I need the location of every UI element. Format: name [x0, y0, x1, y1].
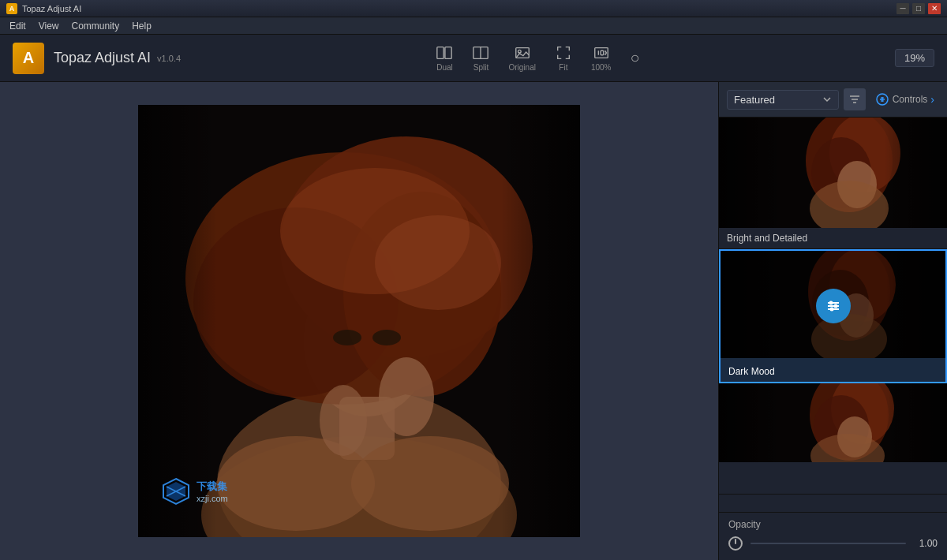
filter-icon [848, 93, 861, 106]
preset-label-dark: Dark Mood [721, 361, 945, 382]
fit-button[interactable]: Fit [548, 41, 578, 75]
dropdown-label: Featured [734, 94, 775, 106]
panel-header: Featured Co [719, 82, 947, 118]
watermark-line2: xzji.com [197, 494, 228, 503]
header: A Topaz Adjust AI v1.0.4 Dual Split [0, 35, 947, 82]
svg-rect-73 [719, 383, 947, 462]
watermark-logo-icon [162, 477, 190, 506]
close-button[interactable]: ✕ [928, 3, 941, 14]
featured-dropdown[interactable]: Featured [727, 90, 839, 110]
menu-help[interactable]: Help [125, 19, 158, 33]
title-bar-icon: A [6, 3, 17, 14]
svg-rect-0 [437, 47, 444, 59]
canvas-area[interactable]: 下载集 xzji.com [0, 82, 718, 560]
dropdown-chevron-icon [822, 95, 832, 104]
opacity-label: Opacity [728, 519, 938, 530]
right-panel: Featured Co [718, 82, 947, 560]
opacity-section: Opacity 1.00 [719, 512, 947, 560]
opacity-value: 1.00 [914, 538, 938, 549]
svg-rect-1 [445, 47, 451, 59]
svg-point-64 [829, 308, 833, 312]
sliders-icon [825, 297, 842, 315]
maximize-button[interactable]: □ [912, 3, 925, 14]
preset-thumbnail [719, 383, 947, 494]
controls-label: Controls [893, 94, 928, 105]
main-layout: 下载集 xzji.com Featured [0, 82, 947, 560]
original-button[interactable]: Original [502, 41, 541, 75]
processing-icon: ○ [624, 46, 646, 70]
watermark: 下载集 xzji.com [162, 477, 228, 506]
menu-edit[interactable]: Edit [3, 19, 32, 33]
svg-rect-27 [138, 105, 217, 537]
title-bar-text: A Topaz Adjust AI [6, 3, 81, 14]
toolbar-center: Dual Split Original [181, 41, 895, 75]
preset-thumbnail [719, 118, 947, 228]
zoom-display: 19% [895, 49, 934, 67]
controls-icon [875, 92, 889, 106]
controls-button[interactable]: Controls › [870, 89, 939, 110]
photo-background: 下载集 xzji.com [138, 105, 580, 537]
preset-label: Bright and Detailed [719, 228, 947, 248]
title-bar-controls: ─ □ ✕ [896, 3, 941, 14]
presets-list[interactable]: Bright and Detailed [719, 118, 947, 512]
menu-view[interactable]: View [32, 19, 66, 33]
watermark-text: 下载集 xzji.com [197, 480, 228, 503]
split-button[interactable]: Split [466, 41, 496, 75]
preset-thumb-svg [719, 118, 947, 228]
app-version: v1.0.4 [157, 54, 181, 63]
watermark-line1: 下载集 [197, 480, 228, 494]
toolbar-right: 19% [895, 49, 934, 67]
menu-community[interactable]: Community [65, 19, 125, 33]
opacity-knob[interactable] [728, 536, 743, 551]
app-logo: A [13, 43, 44, 74]
preset-thumb-svg-opacity [719, 383, 947, 462]
photo-svg [138, 105, 580, 537]
opacity-slider[interactable] [750, 543, 906, 544]
canvas-image: 下载集 xzji.com [138, 105, 580, 537]
app-title: Topaz Adjust AI [54, 50, 151, 66]
preset-bright-detailed[interactable]: Bright and Detailed [719, 118, 947, 249]
title-bar: A Topaz Adjust AI ─ □ ✕ [0, 0, 947, 17]
svg-rect-8 [601, 50, 604, 55]
dual-button[interactable]: Dual [429, 41, 459, 75]
controls-chevron: › [930, 93, 934, 106]
svg-rect-49 [719, 118, 947, 228]
opacity-row: 1.00 [728, 536, 938, 551]
menu-bar: Edit View Community Help [0, 17, 947, 35]
filter-button[interactable] [844, 88, 866, 110]
minimize-button[interactable]: ─ [896, 3, 909, 14]
svg-point-62 [829, 301, 833, 305]
svg-point-5 [518, 50, 521, 53]
preset-thumbnail [721, 251, 945, 361]
title-bar-title: Topaz Adjust AI [22, 4, 81, 13]
hundred-percent-button[interactable]: 100% [585, 41, 618, 75]
svg-rect-28 [501, 105, 580, 537]
preset-opacity[interactable] [719, 383, 947, 495]
svg-point-63 [833, 304, 837, 308]
preset-dark-mood[interactable]: Dark Mood [719, 249, 947, 383]
preset-settings-icon [816, 289, 851, 323]
